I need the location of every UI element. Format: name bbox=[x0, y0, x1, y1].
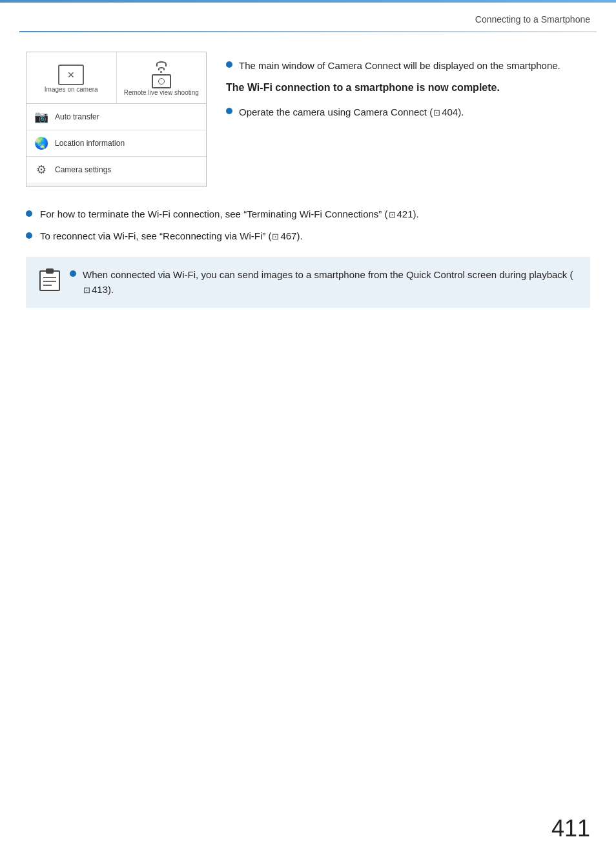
ref-icon-2 bbox=[433, 106, 441, 119]
main-bullet-text-1: For how to terminate the Wi-Fi connectio… bbox=[40, 207, 419, 222]
bullet2-ref: 404 bbox=[442, 106, 458, 117]
bullet-item-2: Operate the camera using Camera Connect … bbox=[226, 105, 590, 119]
menu-item-camera-settings-label: Camera settings bbox=[55, 165, 111, 174]
bullet-dot-1 bbox=[226, 61, 232, 68]
screenshot-cell-remote: Remote live view shooting bbox=[117, 52, 207, 103]
page-number: 411 bbox=[551, 815, 590, 842]
page-header-text: Connecting to a Smartphone bbox=[475, 14, 590, 25]
main-bullets: For how to terminate the Wi-Fi connectio… bbox=[26, 207, 590, 244]
remote-live-icon bbox=[152, 61, 171, 88]
images-on-camera-icon bbox=[58, 65, 84, 85]
auto-transfer-icon: 📷 bbox=[34, 110, 48, 124]
bullet-text-2: Operate the camera using Camera Connect … bbox=[239, 105, 464, 119]
main-bullet-1: For how to terminate the Wi-Fi connectio… bbox=[26, 207, 590, 222]
bullet-dot-2 bbox=[226, 108, 232, 114]
bullet-item-1: The main window of Camera Connect will b… bbox=[226, 58, 590, 73]
note-icon bbox=[39, 267, 61, 294]
screenshot-top-row: Images on camera Remote live view shooti… bbox=[26, 52, 206, 104]
screenshot-cell-images: Images on camera bbox=[26, 52, 117, 103]
note-bullet-dot bbox=[70, 270, 76, 277]
note-bullet-text: When connected via Wi-Fi, you can send i… bbox=[83, 267, 577, 298]
ref-icon-467 bbox=[272, 230, 280, 244]
wifi-arc-small bbox=[158, 67, 165, 70]
note-content: When connected via Wi-Fi, you can send i… bbox=[70, 267, 577, 298]
ref-icon-421 bbox=[389, 208, 396, 222]
ref-icon-413 bbox=[83, 284, 91, 297]
wifi-arc-large bbox=[156, 61, 167, 66]
right-bullets: The main window of Camera Connect will b… bbox=[226, 52, 590, 187]
screenshot-box: Images on camera Remote live view shooti… bbox=[26, 52, 207, 187]
top-section: Images on camera Remote live view shooti… bbox=[26, 52, 590, 187]
menu-item-auto-transfer-label: Auto transfer bbox=[55, 112, 99, 121]
bold-statement: The Wi-Fi connection to a smartphone is … bbox=[226, 81, 590, 95]
cell-images-label: Images on camera bbox=[45, 85, 98, 94]
wifi-dot bbox=[160, 71, 162, 73]
note-clipboard-icon bbox=[39, 267, 61, 292]
main-bullet-dot-1 bbox=[26, 210, 32, 217]
main-bullet-2: To reconnect via Wi-Fi, see “Reconnectin… bbox=[26, 228, 590, 244]
location-icon: 🌏 bbox=[34, 136, 48, 150]
main-bullet-dot-2 bbox=[26, 232, 32, 239]
bullet2-end: ). bbox=[458, 106, 464, 117]
menu-item-location-label: Location information bbox=[55, 139, 125, 148]
cell-remote-label: Remote live view shooting bbox=[124, 88, 199, 97]
menu-item-camera-settings: ⚙ Camera settings bbox=[26, 157, 206, 183]
page-header: Connecting to a Smartphone bbox=[0, 3, 616, 31]
menu-item-location: 🌏 Location information bbox=[26, 130, 206, 157]
bullet-text-1: The main window of Camera Connect will b… bbox=[239, 58, 560, 73]
menu-item-auto-transfer: 📷 Auto transfer bbox=[26, 104, 206, 130]
main-content: Images on camera Remote live view shooti… bbox=[0, 32, 616, 327]
note-bullet-item: When connected via Wi-Fi, you can send i… bbox=[70, 267, 577, 298]
bullet2-text-before: Operate the camera using Camera Connect … bbox=[239, 106, 433, 117]
note-box: When connected via Wi-Fi, you can send i… bbox=[26, 257, 590, 308]
camera-settings-icon: ⚙ bbox=[34, 163, 48, 177]
svg-rect-1 bbox=[46, 268, 54, 274]
wifi-arcs bbox=[156, 61, 167, 73]
monitor-icon bbox=[152, 74, 171, 88]
main-bullet-text-2: To reconnect via Wi-Fi, see “Reconnectin… bbox=[40, 228, 303, 244]
